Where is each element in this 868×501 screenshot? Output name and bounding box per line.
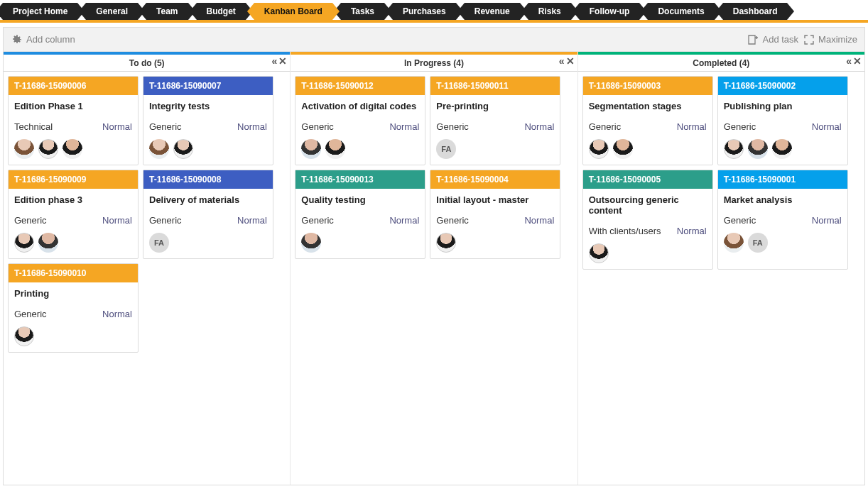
avatar[interactable]: [301, 139, 321, 159]
column-body: T-11686-15090012Activation of digital co…: [291, 72, 577, 485]
card-id: T-11686-15090002: [718, 77, 847, 95]
card-body: Segmentation stagesGenericNormal: [583, 95, 712, 165]
tab-kanban-board[interactable]: Kanban Board: [254, 3, 332, 20]
card-id: T-11686-15090013: [295, 170, 425, 189]
avatar[interactable]: [724, 233, 744, 253]
card-body: PrintingGenericNormal: [9, 282, 138, 352]
avatar-initials[interactable]: FA: [149, 233, 169, 253]
avatar[interactable]: [325, 139, 345, 159]
maximize-label: Maximize: [818, 34, 857, 45]
avatar-row: [436, 233, 554, 253]
maximize-button[interactable]: Maximize: [801, 33, 860, 46]
card-category: Generic: [14, 215, 47, 226]
avatar-row: [149, 139, 267, 159]
card-title: Pre-printing: [436, 101, 554, 111]
column-body: T-11686-15090006Edition Phase 1Technical…: [4, 72, 290, 485]
collapse-column-icon[interactable]: «: [559, 56, 565, 66]
avatar[interactable]: [14, 326, 34, 346]
tab-tasks[interactable]: Tasks: [341, 3, 384, 20]
card-body: Outsourcing generic contentWith clients/…: [583, 189, 712, 269]
avatar[interactable]: [149, 139, 169, 159]
card-id: T-11686-15090004: [430, 170, 560, 189]
avatar[interactable]: [38, 233, 58, 253]
avatar[interactable]: [436, 233, 456, 253]
kanban-card[interactable]: T-11686-15090003Segmentation stagesGener…: [582, 76, 713, 165]
gear-icon: [11, 34, 22, 45]
tab-risks[interactable]: Risks: [528, 3, 571, 20]
card-title: Outsourcing generic content: [589, 194, 707, 216]
tab-purchases[interactable]: Purchases: [393, 3, 456, 20]
card-category: Generic: [436, 215, 469, 226]
card-category: Generic: [301, 121, 334, 132]
avatar-row: [724, 139, 842, 159]
tab-revenue[interactable]: Revenue: [465, 3, 520, 20]
kanban-card[interactable]: T-11686-15090004Initial layout - masterG…: [430, 170, 560, 259]
card-id: T-11686-15090008: [143, 170, 273, 189]
card-title: Printing: [14, 288, 132, 299]
avatar-initials[interactable]: FA: [748, 233, 768, 253]
kanban-card[interactable]: T-11686-15090013Quality testingGenericNo…: [295, 170, 425, 259]
avatar[interactable]: [173, 139, 193, 159]
avatar[interactable]: [63, 139, 82, 159]
card-meta: GenericNormal: [436, 215, 554, 226]
avatar[interactable]: [589, 243, 609, 263]
card-id: T-11686-15090012: [295, 77, 425, 95]
avatar[interactable]: [14, 233, 34, 253]
avatar-initials[interactable]: FA: [436, 139, 456, 159]
card-meta: GenericNormal: [724, 215, 842, 226]
tab-follow-up[interactable]: Follow-up: [580, 3, 640, 20]
card-body: Integrity testsGenericNormal: [143, 95, 273, 165]
avatar[interactable]: [613, 139, 633, 159]
avatar[interactable]: [301, 233, 321, 253]
kanban-card[interactable]: T-11686-15090009Edition phase 3GenericNo…: [8, 170, 139, 259]
card-title: Delivery of materials: [149, 194, 267, 205]
kanban-card[interactable]: T-11686-15090006Edition Phase 1Technical…: [8, 76, 139, 165]
card-meta: GenericNormal: [301, 121, 419, 132]
kanban-card[interactable]: T-11686-15090001Market analysisGenericNo…: [717, 170, 848, 270]
card-priority: Normal: [677, 121, 707, 132]
kanban-card[interactable]: T-11686-15090011Pre-printingGenericNorma…: [430, 76, 560, 165]
tab-bar: Project HomeGeneralTeamBudgetKanban Boar…: [0, 0, 868, 20]
card-category: Generic: [149, 121, 182, 132]
tab-dashboard[interactable]: Dashboard: [723, 3, 788, 20]
tab-budget[interactable]: Budget: [197, 3, 246, 20]
tab-project-home[interactable]: Project Home: [3, 3, 77, 20]
card-body: Edition phase 3GenericNormal: [9, 189, 138, 258]
kanban-card[interactable]: T-11686-15090002Publishing planGenericNo…: [717, 76, 848, 165]
avatar-row: [301, 139, 419, 159]
tab-general[interactable]: General: [86, 3, 138, 20]
card-id: T-11686-15090003: [583, 77, 712, 95]
avatar[interactable]: [14, 139, 34, 159]
kanban-card[interactable]: T-11686-15090005Outsourcing generic cont…: [582, 170, 713, 270]
add-task-button[interactable]: Add task: [744, 33, 802, 47]
kanban-card[interactable]: T-11686-15090010PrintingGenericNormal: [8, 263, 139, 353]
add-column-button[interactable]: Add column: [8, 33, 78, 47]
close-column-icon[interactable]: ✕: [853, 56, 862, 66]
avatar-row: [589, 243, 707, 263]
add-task-label: Add task: [763, 34, 799, 45]
avatar[interactable]: [724, 139, 744, 159]
kanban-column: In Progress (4)«✕T-11686-15090012Activat…: [291, 52, 577, 485]
card-priority: Normal: [237, 215, 267, 226]
card-category: Generic: [724, 215, 756, 226]
kanban-card[interactable]: T-11686-15090007Integrity testsGenericNo…: [143, 76, 273, 165]
avatar-row: [14, 326, 132, 346]
close-column-icon[interactable]: ✕: [566, 56, 575, 66]
tab-team[interactable]: Team: [146, 3, 188, 20]
avatar[interactable]: [589, 139, 609, 159]
avatar[interactable]: [748, 139, 768, 159]
collapse-column-icon[interactable]: «: [272, 56, 278, 66]
tab-documents[interactable]: Documents: [648, 3, 714, 20]
kanban-card[interactable]: T-11686-15090008Delivery of materialsGen…: [143, 170, 273, 259]
avatar[interactable]: [772, 139, 792, 159]
avatar[interactable]: [38, 139, 58, 159]
card-priority: Normal: [102, 121, 132, 132]
card-priority: Normal: [389, 121, 419, 132]
card-priority: Normal: [389, 215, 419, 226]
close-column-icon[interactable]: ✕: [278, 56, 287, 66]
kanban-card[interactable]: T-11686-15090012Activation of digital co…: [295, 76, 425, 165]
card-title: Edition Phase 1: [14, 101, 132, 111]
card-meta: TechnicalNormal: [14, 121, 132, 132]
column-header: Completed (4)«✕: [578, 55, 864, 72]
collapse-column-icon[interactable]: «: [846, 56, 852, 66]
